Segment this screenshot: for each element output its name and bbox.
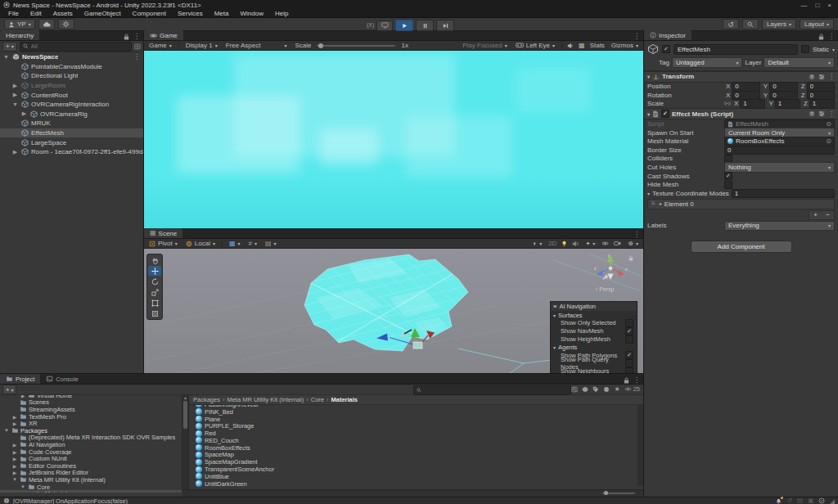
foldout-arrow-icon[interactable]: ▼ [11,101,19,107]
axis-input[interactable] [810,92,831,99]
foldout-arrow-icon[interactable]: ▶ [11,442,18,448]
menu-help[interactable]: Help [270,10,293,17]
rotate-tool[interactable] [148,277,161,286]
hierarchy-search[interactable] [20,42,132,52]
tab-hierarchy[interactable]: Hierarchy [0,30,39,40]
foldout-arrow-icon[interactable]: ▶ [11,449,18,455]
hierarchy-item[interactable]: Directional Light [0,71,143,81]
foldout-arrow-icon[interactable]: ▶ [11,92,19,98]
hierarchy-item[interactable]: MRUK [0,119,143,128]
label-tag-icon[interactable] [592,386,599,393]
hierarchy-item[interactable]: PointableCanvasModule [0,62,143,72]
hierarchy-search-input[interactable] [31,43,128,50]
menu-gameobject[interactable]: GameObject [79,10,126,17]
project-folder-item[interactable]: ▶Editor Coroutines [0,462,182,470]
material-list-item[interactable]: SpaceMapGradient [196,458,643,466]
type-filter-icon[interactable] [603,386,610,393]
material-list-item[interactable]: Red [196,430,643,437]
kebab-menu-icon[interactable]: ⋮ [828,33,835,40]
scene-audio-icon[interactable] [572,241,579,247]
material-list-item[interactable]: Plane [196,416,643,423]
axis-input[interactable] [773,83,794,90]
presets-icon[interactable] [818,73,825,80]
axis-input[interactable] [735,83,756,90]
axis-input[interactable] [778,100,797,107]
axis-input[interactable] [743,100,762,107]
layers-dropdown[interactable]: Layers▾ [762,19,796,29]
axis-input[interactable] [810,83,831,90]
array-remove-button[interactable]: − [822,211,834,219]
pivot-dropdown[interactable]: Pivot▾ [147,240,179,247]
material-list-item[interactable]: RED_Couch [196,437,643,444]
kebab-menu-icon[interactable]: ⋮ [633,231,640,238]
settings-button[interactable] [58,19,74,29]
add-component-button[interactable]: Add Component [691,241,792,253]
breadcrumb-item[interactable]: Core [311,396,324,403]
object-name-field[interactable]: EffectMesh [674,44,798,55]
project-folder-item[interactable]: ▼Packages [0,427,182,434]
material-list-item[interactable]: PURPLE_Storage [196,422,643,430]
project-folder-item[interactable]: ▶JetBrains Rider Editor [0,470,182,477]
kebab-menu-icon[interactable]: ⋮ [633,33,640,40]
checkbox[interactable] [625,319,633,327]
hierarchy-item[interactable]: ▶LargeRoom [0,81,143,91]
create-object-button[interactable]: +▾ [2,42,17,52]
array-size-input[interactable] [735,190,831,197]
project-folder-item[interactable]: ▶XR [0,420,182,427]
menu-component[interactable]: Component [128,10,171,17]
foldout-arrow-icon[interactable]: ▾ [647,111,650,117]
checkbox[interactable]: ✓ [625,351,633,359]
package-icon[interactable] [582,386,588,393]
play-focused-dropdown[interactable]: Play Focused▾ [461,42,508,49]
material-list-item[interactable]: SpaceMap [196,452,643,459]
hidden-packages-toggle[interactable]: 25 [624,385,640,393]
menu-window[interactable]: Window [235,10,268,17]
create-asset-button[interactable]: +▾ [2,385,16,394]
tab-console[interactable]: Console [40,374,84,384]
object-picker-icon[interactable]: ⊙ [826,120,831,128]
property-dropdown[interactable]: Nothing▾ [724,162,835,173]
material-list-item[interactable]: PINK_Bed [196,408,643,416]
object-field[interactable]: RoomBoxEffects⊙ [724,137,835,146]
scale-slider-knob[interactable] [318,43,323,48]
search-filter-icon[interactable] [134,43,141,50]
close-button[interactable]: × [827,2,831,9]
foldout-arrow-icon[interactable]: ▼ [2,54,10,60]
scene-render-area[interactable]: y x z ‹ Persp ≡AI Navigation▾SurfacesSho… [144,249,643,374]
menu-services[interactable]: Services [173,10,208,17]
device-view-button[interactable] [376,20,393,31]
foldout-arrow-icon[interactable]: ▾ [553,344,556,350]
foldout-arrow-icon[interactable]: ▶ [20,110,28,117]
hierarchy-item[interactable]: ▶OVRCameraRig [0,110,143,119]
foldout-arrow-icon[interactable]: ▶ [20,395,26,398]
foldout-arrow-icon[interactable]: ▶ [11,456,18,461]
overlay-option[interactable]: Show NavMesh✓ [551,327,637,335]
move-tool[interactable] [148,266,161,276]
foldout-arrow-icon[interactable]: ▶ [11,421,18,426]
material-list-item[interactable]: RoomBoxEffects [196,444,643,452]
kebab-menu-icon[interactable]: ⋮ [633,376,640,384]
foldout-arrow-icon[interactable]: ▾ [647,191,650,196]
scene-gizmos-dropdown[interactable]: ⊕▾ [626,241,640,246]
resize-grip[interactable]: ◢ [830,497,835,504]
texture-coordinate-modes-foldout[interactable]: ▾ Texture Coordinate Modes [644,189,838,198]
tab-scene[interactable]: ▦ Scene [144,228,182,238]
eye-mode-dropdown[interactable]: Left Eye▾ [514,42,556,49]
material-list-item[interactable]: UnlitDarkGreen [196,480,643,487]
checkbox[interactable]: ✓ [625,327,633,335]
cloud-button[interactable] [38,19,55,29]
hand-tool[interactable] [148,255,161,265]
toggle-2d-button[interactable]: 2D [548,240,556,247]
breadcrumb-item[interactable]: Packages [193,396,220,403]
transform-tool[interactable] [148,308,161,318]
aspect-dropdown[interactable]: Free Aspect▾ [224,42,289,49]
hierarchy-item[interactable]: ▶ContentRoot [0,90,143,100]
transform-component-header[interactable]: ▾ Transform ? ⋮ [644,71,838,83]
menu-file[interactable]: File [3,10,24,17]
project-folder-item[interactable]: ▶TextMesh Pro [0,413,182,421]
property-input[interactable] [728,146,831,154]
axis-input[interactable] [773,92,794,99]
project-folder-item[interactable]: ▶Code Coverage [0,448,182,456]
draw-mode-dropdown[interactable]: ◐▾ [531,241,543,246]
asset-zoom-slider[interactable] [602,493,635,494]
